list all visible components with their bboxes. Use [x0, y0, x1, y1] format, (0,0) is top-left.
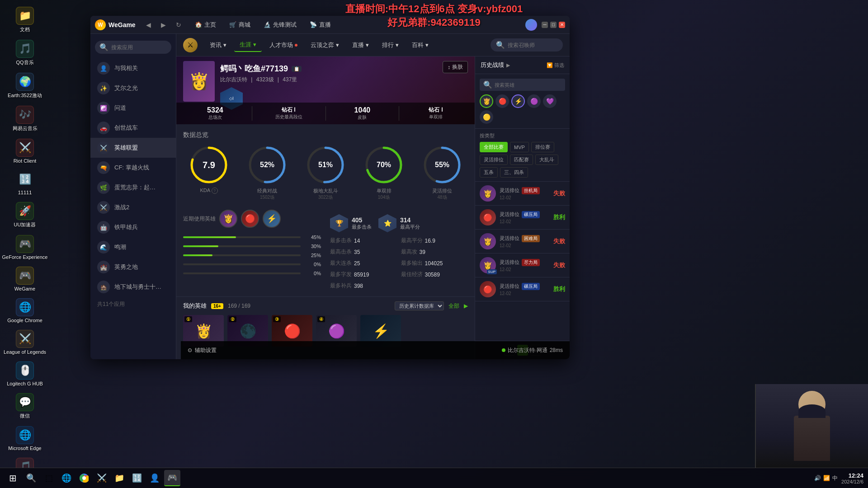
desktop-icon-icon-wegame2[interactable]: 🎮 WeGame	[5, 264, 45, 294]
nav-refresh-button[interactable]: ↻	[172, 19, 185, 31]
rate-bar-track-1	[183, 236, 301, 238]
sidebar-item-ask[interactable]: ☯️ 问道	[90, 98, 176, 118]
stream-settings-button[interactable]: ⊙ 辅助设置	[188, 347, 217, 354]
desktop-icon-icon-riot[interactable]: ⚔️ Riot Client	[5, 136, 45, 166]
kda-circle-classic: 52% 经典对战 1502场	[241, 145, 293, 201]
change-skin-button[interactable]: ↕ 换肤	[443, 61, 468, 73]
history-filter-button[interactable]: 🔽 筛选	[547, 62, 564, 69]
sidebar-item-lol[interactable]: ⚔️ 英雄联盟	[90, 138, 176, 158]
desktop-icon-icon-11111[interactable]: 🔢 11111	[5, 168, 45, 197]
taskbar-right: 🔊 📶 中 12:24 2024/12/6	[814, 472, 863, 484]
taskbar-edge-button[interactable]: 🌐	[58, 470, 75, 486]
sidebar-item-calling[interactable]: 🌊 鸣潮	[90, 237, 176, 257]
desktop-icon-icon-folder[interactable]: 📁 文档	[5, 5, 45, 35]
sidebar-icon-heroland: 🏰	[97, 261, 110, 273]
desktop-icon-label-icon-netease: 网易云音乐	[13, 125, 38, 132]
desktop-icon-icon-gefce[interactable]: 🎮 GeForce Experience	[5, 233, 45, 262]
sidebar-item-fengyi[interactable]: 🌿 蛋荒志异：起…	[90, 178, 176, 197]
hero-filter-icon-5[interactable]: 💜	[543, 94, 557, 108]
window-close-button[interactable]: ✕	[559, 22, 565, 28]
taskbar-riot-button[interactable]: ⚔️	[94, 470, 110, 486]
sidebar-search-bar[interactable]: 🔍 +	[95, 41, 171, 54]
top-nav-news[interactable]: 资讯▾	[204, 39, 232, 52]
type-btn-mvp[interactable]: MVP	[510, 142, 529, 152]
hero-filter-icon-1[interactable]: 👸	[480, 94, 493, 108]
type-btn-all[interactable]: 全部比赛	[480, 142, 508, 152]
type-btn-quadra[interactable]: 三、四杀	[500, 167, 528, 178]
desktop-icon-icon-uuacc[interactable]: 🚀 UU加速器	[5, 200, 45, 230]
sidebar-icon-boc: 🤖	[97, 221, 110, 234]
stat-row-6: 最多输出 104025	[401, 259, 468, 267]
hero-filter-icons: 👸 🔴 ⚡ 🟣 💜 🟡	[480, 94, 565, 124]
taskbar-wegame-button[interactable]: 🎮	[164, 470, 180, 486]
nav-forward-button[interactable]: ▶	[157, 19, 170, 31]
hero-rank-3: ③	[273, 316, 281, 322]
sidebar-item-cf[interactable]: 🔫 CF: 掌越火线	[90, 158, 176, 178]
nav-live[interactable]: 📡 直播	[304, 19, 336, 31]
hero-filter-icon-6[interactable]: 🟡	[480, 110, 493, 124]
top-nav-stream[interactable]: 直播▾	[347, 39, 374, 52]
hero-filter-search[interactable]: 🔍	[480, 79, 565, 91]
match-item-3[interactable]: 👸 灵活排位 困难局 12-02 失败	[475, 230, 570, 253]
sidebar-item-boc[interactable]: 🤖 铁甲雄兵	[90, 217, 176, 237]
nav-shop[interactable]: 🛒 商城	[224, 19, 256, 31]
top-search-input[interactable]	[508, 42, 557, 48]
top-nav-wiki[interactable]: 百科▾	[406, 39, 434, 52]
taskbar-chrome-button[interactable]	[76, 470, 92, 486]
stat-row-4: 最高攻 39	[401, 248, 468, 256]
hero-filter-search-input[interactable]	[495, 82, 561, 88]
taskbar-file-button[interactable]: 📁	[111, 470, 127, 486]
type-btn-pentakill[interactable]: 五杀	[480, 167, 498, 178]
type-btn-aram[interactable]: 大乱斗	[535, 155, 558, 165]
match-item-1[interactable]: 👸 灵活排位 挂机局 12-02 失败	[475, 182, 570, 206]
hero-filter-icon-3[interactable]: ⚡	[511, 94, 525, 108]
top-nav-rank[interactable]: 排行▾	[377, 39, 404, 52]
rank-info-1: 405 最多击杀	[352, 216, 372, 230]
top-nav-life[interactable]: 生涯▾	[234, 38, 262, 52]
desktop-icon-icon-netease[interactable]: 🎶 网易云音乐	[5, 103, 45, 134]
nav-home[interactable]: 🏠 主页	[189, 19, 222, 31]
top-nav-talent[interactable]: 人才市场	[264, 39, 303, 52]
match-date-5: 12-02	[500, 291, 548, 296]
taskbar-lol-button[interactable]: 👤	[146, 470, 163, 486]
desktop-icon-icon-earth352[interactable]: 🌍 Earth:3522激动	[5, 70, 45, 101]
hero-filter-icon-4[interactable]: 🟣	[527, 94, 541, 108]
desktop-icon-icon-qqmusic[interactable]: 🎵 QQ音乐	[5, 38, 45, 68]
taskbar-search-button[interactable]: 🔍	[23, 470, 39, 486]
sidebar-item-warbuild[interactable]: 🚗 创世战车	[90, 118, 176, 138]
match-item-4[interactable]: 👸 SUP 灵活排位 尽力局 12-02	[475, 253, 570, 277]
top-nav-search[interactable]: 🔍	[491, 38, 563, 52]
sidebar-item-heroland[interactable]: 🏰 英勇之地	[90, 257, 176, 277]
hero-filter-icon-2[interactable]: 🔴	[495, 94, 509, 108]
desktop-icon-icon-wechat[interactable]: 💬 微信	[5, 391, 45, 422]
sidebar-item-jizhan2[interactable]: ⚔️ 激战2	[90, 197, 176, 217]
sidebar-item-underground[interactable]: 🏚️ 地下城与勇士十…	[90, 277, 176, 297]
top-search-icon: 🔍	[496, 41, 505, 49]
sidebar-search-input[interactable]	[111, 44, 176, 51]
match-item-5[interactable]: 🔴 灵活排位 碾压局 12-02 胜利	[475, 277, 570, 301]
kda-help-icon[interactable]: ?	[212, 188, 218, 194]
taskbar-taskview-button[interactable]: ⬚	[41, 470, 57, 486]
window-minimize-button[interactable]: ─	[542, 22, 548, 28]
taskbar-start-button[interactable]: ⊞	[5, 470, 21, 486]
desktop-icon-icon-chrome[interactable]: 🌐 Google Chrome	[5, 296, 45, 325]
type-btn-normal[interactable]: 匹配赛	[510, 155, 533, 165]
sidebar-item-related[interactable]: 👤 与我相关	[90, 58, 176, 78]
nav-back-button[interactable]: ◀	[142, 19, 155, 31]
sidebar-item-aiergame[interactable]: ✨ 艾尔之光	[90, 78, 176, 98]
nav-pioneer[interactable]: 🔬 先锋测试	[258, 19, 302, 31]
window-maximize-button[interactable]: □	[550, 22, 557, 28]
desktop-icon-label-icon-earth352: Earth:3522激动	[8, 92, 42, 99]
desktop-icon-icon-lol[interactable]: ⚔️ League of Legends	[5, 328, 45, 357]
type-btn-rank[interactable]: 排位赛	[531, 142, 554, 152]
all-heroes-link[interactable]: 全部	[448, 302, 459, 310]
desktop-icon-icon-logi[interactable]: 🖱️ Logitech G HUB	[5, 359, 45, 389]
heroes-filter-select[interactable]: 历史累计数据库	[395, 301, 444, 310]
taskbar-11111-button[interactable]: 🔢	[129, 470, 145, 486]
my-heroes-filter[interactable]: 历史累计数据库	[395, 301, 444, 310]
top-nav-cloud[interactable]: 云顶之弈▾	[305, 39, 344, 52]
desktop-icon-icon-msedge[interactable]: 🌐 Microsoft Edge	[5, 424, 45, 453]
match-item-2[interactable]: 🔴 灵活排位 碾压局 12-02 胜利	[475, 206, 570, 230]
type-btn-flex[interactable]: 灵活排位	[480, 155, 508, 165]
match-details-4: 灵活排位 尽力局 12-02	[500, 259, 548, 272]
